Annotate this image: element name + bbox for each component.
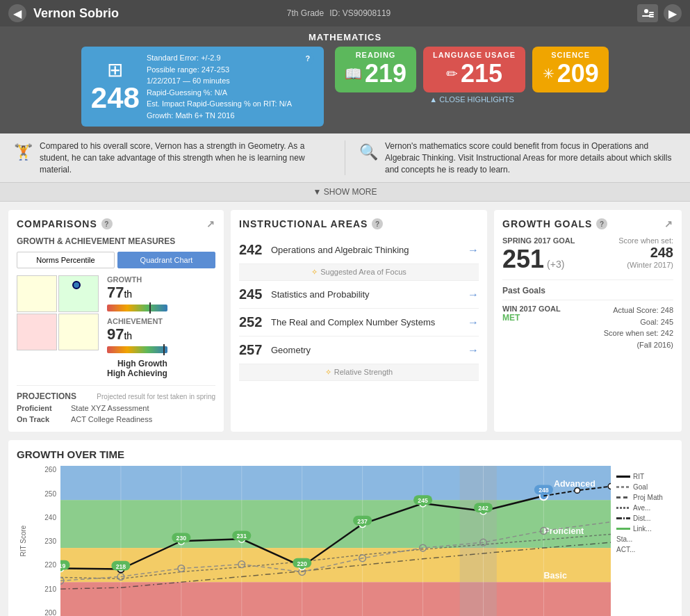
legend-avg-line — [616, 507, 630, 509]
projections-title: PROJECTIONS — [17, 391, 76, 401]
comparisons-expand[interactable]: ↗ — [206, 218, 215, 229]
next-button[interactable]: ▶ — [664, 4, 682, 22]
quadrant-chart — [17, 275, 100, 352]
comparisons-tabs: Norms Percentile Quadrant Chart — [17, 252, 215, 268]
math-section: MATHEMATICS ⊞ 248 Standard Error: +/-2.9… — [0, 26, 690, 133]
spring-goal-delta: (+3) — [547, 259, 564, 270]
growth-goals-help[interactable]: ? — [596, 218, 607, 229]
science-label: SCIENCE — [542, 51, 599, 59]
growth-goals-expand[interactable]: ↗ — [664, 218, 673, 229]
growth-over-time-section: GROWTH OVER TIME RIT Score 260 250 240 2… — [8, 440, 682, 616]
inst-suggestion-3: ✧Relative Strength — [239, 364, 479, 381]
proj-ontrack: On Track ACT College Readiness — [17, 415, 215, 423]
inst-suggestion-0: ✧Suggested Area of Focus — [239, 264, 479, 281]
science-icon: ✳ — [543, 65, 555, 82]
inst-label-2: The Real and Complex Number Systems — [271, 317, 461, 327]
science-score: 209 — [557, 59, 599, 88]
svg-text:242: 242 — [478, 505, 488, 512]
chart-legend: RIT Goal Proj Math Ave... Dist... Link..… — [611, 466, 673, 616]
student-id: ID: VS90908119 — [329, 8, 391, 18]
person-menu-button[interactable] — [637, 4, 658, 22]
subject-scores: READING 📖 219 LANGUAGE USAGE ✏ 215 SCIEN… — [335, 47, 609, 92]
math-details: Standard Error: +/-2.9 Possible range: 2… — [147, 52, 292, 121]
comparisons-help[interactable]: ? — [101, 218, 113, 229]
tab-quadrant[interactable]: Quadrant Chart — [117, 252, 215, 268]
svg-rect-4 — [649, 16, 654, 17]
inst-row-2: 252 The Real and Complex Number Systems … — [239, 309, 479, 337]
legend-link: Link... — [616, 525, 673, 533]
growth-goals-title: GROWTH GOALS ? ↗ — [502, 218, 673, 229]
close-highlights-button[interactable]: ▲ CLOSE HIGHLIGHTS — [429, 95, 514, 104]
past-goals-title: Past Goals — [502, 279, 673, 295]
inst-arrow-3[interactable]: → — [468, 344, 479, 357]
svg-rect-8 — [60, 583, 611, 616]
projections-subtitle: Projected result for test taken in sprin… — [97, 393, 215, 400]
math-icon: ⊞ — [91, 58, 140, 81]
language-card[interactable]: LANGUAGE USAGE ✏ 215 — [423, 47, 525, 92]
svg-rect-3 — [649, 14, 654, 15]
legend-goal-line — [616, 486, 630, 488]
svg-text:219: 219 — [60, 562, 65, 569]
reading-label: READING — [345, 51, 406, 59]
legend-link-line — [616, 528, 630, 530]
language-icon: ✏ — [446, 65, 458, 82]
quadrant-result: High GrowthHigh Achieving — [107, 359, 167, 378]
svg-rect-5 — [60, 466, 611, 500]
back-button[interactable]: ◀ — [8, 4, 26, 22]
inst-label-0: Operations and Algebraic Thinking — [271, 245, 461, 255]
insight-strength: 🏋 Compared to his overall score, Vernon … — [14, 140, 331, 175]
svg-point-40 — [608, 484, 611, 489]
past-goal-0: WIN 2017 GOAL MET Actual Score: 248 Goal… — [502, 305, 673, 350]
student-grade: 7th Grade — [287, 8, 324, 18]
y-axis: 260 250 240 230 220 210 200 — [27, 466, 60, 616]
math-help-button[interactable]: ? — [302, 52, 314, 65]
reading-card[interactable]: READING 📖 219 — [335, 47, 416, 92]
legend-dist: Dist... — [616, 514, 673, 522]
inst-row-1: 245 Statistics and Probability → — [239, 281, 479, 309]
achievement-value: 97 — [107, 325, 124, 343]
tab-norms[interactable]: Norms Percentile — [17, 252, 115, 268]
show-more-button[interactable]: ▼ SHOW MORE — [0, 183, 690, 202]
svg-text:231: 231 — [237, 533, 247, 540]
svg-rect-7 — [60, 548, 611, 582]
insight-strength-text: Compared to his overall score, Vernon ha… — [40, 140, 331, 175]
inst-arrow-2[interactable]: → — [468, 316, 479, 329]
legend-avg: Ave... — [616, 504, 673, 512]
inst-label-3: Geometry — [271, 345, 461, 355]
main-grid: COMPARISONS ? ↗ GROWTH & ACHIEVEMENT MEA… — [0, 202, 690, 440]
past-goal-status-0: MET — [502, 313, 561, 323]
svg-text:245: 245 — [418, 497, 428, 504]
science-card[interactable]: SCIENCE ✳ 209 — [532, 47, 609, 92]
svg-text:218: 218 — [116, 563, 126, 570]
svg-text:Advanced: Advanced — [554, 479, 595, 489]
inst-score-0: 242 — [239, 242, 264, 258]
svg-point-0 — [644, 9, 648, 13]
legend-dist-line — [616, 517, 630, 519]
student-name: Vernon Sobrio — [33, 6, 280, 21]
strength-icon: 🏋 — [14, 142, 33, 163]
spring-goal-label: SPRING 2017 GOAL — [502, 236, 575, 245]
inst-score-2: 252 — [239, 314, 264, 330]
inst-row-3: 257 Geometry → — [239, 337, 479, 364]
legend-rit: RIT — [616, 473, 673, 480]
focus-icon: 🔍 — [359, 142, 378, 163]
inst-score-3: 257 — [239, 342, 264, 358]
insight-focus: 🔍 Vernon's mathematics score could benef… — [359, 140, 676, 175]
instructional-panel: INSTRUCTIONAL AREAS ? 242 Operations and… — [231, 210, 487, 432]
instructional-help[interactable]: ? — [372, 218, 383, 229]
svg-text:220: 220 — [297, 560, 307, 567]
inst-score-1: 245 — [239, 286, 264, 302]
math-score: 248 — [91, 81, 140, 115]
proj-proficient: Proficient State XYZ Assessment — [17, 404, 215, 412]
past-goal-details-0: Actual Score: 248 Goal: 245 Score when s… — [604, 305, 673, 350]
insight-focus-text: Vernon's mathematics score could benefit… — [385, 140, 676, 175]
inst-arrow-1[interactable]: → — [468, 289, 479, 301]
spring-set-term: (Winter 2017) — [618, 261, 673, 269]
header: ◀ Vernon Sobrio 7th Grade ID: VS90908119… — [0, 0, 690, 26]
math-score-box: ⊞ 248 Standard Error: +/-2.9 Possible ra… — [81, 47, 324, 127]
chart-area: Advanced Proficient Basic — [60, 466, 611, 616]
inst-row-0: 242 Operations and Algebraic Thinking → — [239, 236, 479, 264]
inst-arrow-0[interactable]: → — [468, 244, 479, 257]
svg-rect-2 — [649, 12, 654, 13]
projections-section: PROJECTIONS Projected result for test ta… — [17, 385, 215, 423]
